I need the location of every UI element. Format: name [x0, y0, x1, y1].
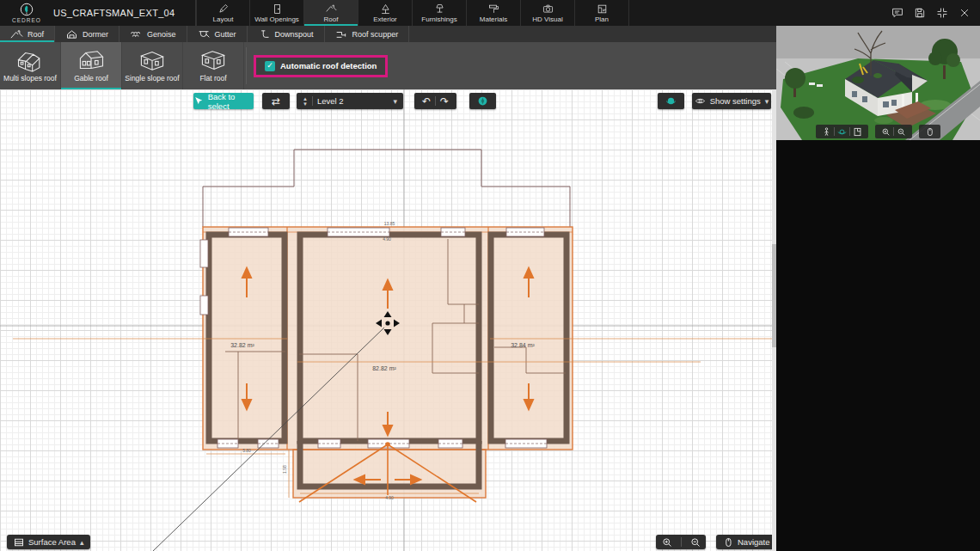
tab-label: Wall Openings [254, 15, 299, 23]
tab-exterior[interactable]: Exterior [358, 0, 413, 26]
tool-flat-roof[interactable]: Flat roof [183, 42, 244, 89]
zoom-in-icon[interactable] [879, 126, 893, 138]
roof-tool-palette: Multi slopes roof Gable roof Single slop… [0, 42, 776, 89]
camera-icon [542, 3, 554, 15]
show-settings-button[interactable]: Show settings ▾ [692, 93, 771, 109]
tree-icon [379, 3, 392, 15]
roof-plan-drawing: 32.82 m² 82.82 m² 32.84 m² 13.85 4.90 5.… [0, 89, 776, 551]
ribbon-label: Gutter [215, 30, 236, 39]
orbit-icon [665, 95, 677, 107]
ribbon-label: Roof [28, 30, 44, 39]
swap-arrows-icon: ⇄ [272, 96, 280, 107]
tab-hd-visual[interactable]: HD Visual [521, 0, 575, 26]
ribbon-label: Dormer [83, 30, 108, 39]
top-menu: Layout Wall Openings Roof Exterior Furni… [196, 0, 629, 26]
level-selector[interactable]: ▲▼ Level 2 ▾ [297, 93, 403, 109]
lamp-icon [433, 3, 446, 15]
collapse-icon[interactable] [934, 6, 949, 21]
divider [246, 47, 247, 84]
divider [312, 96, 313, 106]
surface-area-button[interactable]: Surface Area ▴ [7, 535, 90, 549]
tab-plan[interactable]: Plan [575, 0, 629, 26]
navigate-label: Navigate [738, 537, 770, 547]
gable-roof-icon [77, 49, 106, 72]
ribbon-tab-downspout[interactable]: Downspout [248, 26, 325, 42]
3d-preview[interactable] [776, 26, 980, 140]
ribbon-tab-roof-scupper[interactable]: Roof scupper [325, 26, 410, 42]
dim-porch-width: 4.90 [385, 495, 394, 500]
roof-outline-icon [10, 29, 23, 40]
tab-label: Layout [212, 15, 233, 23]
dim-top-center: 4.90 [383, 236, 391, 242]
zoom-out-icon[interactable] [894, 126, 909, 138]
tool-single-slope-roof[interactable]: Single slope roof [122, 42, 183, 89]
downspout-icon [258, 29, 271, 40]
window-controls [890, 0, 980, 26]
dormer-icon [65, 29, 78, 40]
tab-wall-openings[interactable]: Wall Openings [250, 0, 304, 26]
walk-icon[interactable] [819, 126, 834, 138]
tab-label: Materials [480, 15, 507, 23]
save-icon[interactable] [912, 6, 927, 21]
multi-slopes-roof-icon [15, 49, 45, 72]
roof-icon [325, 3, 338, 15]
area-label-left: 32.82 m² [230, 342, 254, 348]
cedreo-logo[interactable]: CEDREO [0, 0, 53, 26]
surface-area-label: Surface Area [28, 537, 76, 547]
chevron-up-icon: ▴ [80, 538, 84, 547]
switch-level-button[interactable]: ⇄ [262, 93, 290, 109]
ribbon-label: Genoise [147, 30, 176, 39]
cursor-icon [193, 95, 204, 107]
checkbox-checked-icon[interactable]: ✓ [265, 61, 275, 71]
mouse-icon[interactable] [922, 126, 937, 138]
comment-icon[interactable] [890, 6, 904, 21]
undo-icon[interactable]: ↶ [422, 96, 431, 107]
auto-detect-label: Automatic roof detection [280, 61, 377, 70]
close-icon[interactable] [957, 6, 971, 21]
tab-label: Roof [324, 15, 339, 23]
divider [681, 537, 682, 547]
preview-toolbar [776, 125, 980, 138]
tab-label: Furnishings [421, 15, 456, 23]
flat-roof-icon [199, 49, 228, 72]
cedreo-app: CEDREO US_CRAFTSMAN_EXT_04 Layout Wall O… [0, 0, 980, 551]
3d-preview-render [776, 26, 980, 140]
ribbon-tab-genoise[interactable]: Genoise [119, 26, 187, 42]
tool-label: Gable roof [74, 74, 108, 83]
zoom-out-icon[interactable] [690, 537, 701, 548]
tab-label: Exterior [373, 15, 397, 23]
level-stepper[interactable]: ▲▼ [303, 96, 308, 107]
tab-layout[interactable]: Layout [196, 0, 250, 26]
ribbon-tab-roof[interactable]: Roof [0, 26, 55, 42]
gutter-icon [198, 29, 211, 40]
zoom-in-icon[interactable] [662, 537, 672, 548]
dim-porch-height: 1.58 [282, 465, 287, 474]
tab-roof[interactable]: Roof [304, 0, 358, 26]
floorplan-icon[interactable] [850, 126, 865, 138]
plan-canvas[interactable]: 32.82 m² 82.82 m² 32.84 m² 13.85 4.90 5.… [0, 89, 776, 551]
ribbon-tab-dormer[interactable]: Dormer [55, 26, 119, 42]
navigate-button[interactable]: Navigate ▴ [716, 535, 776, 549]
orbit-icon[interactable] [835, 126, 849, 138]
view-orientation-button[interactable] [658, 93, 684, 109]
ribbon-tab-gutter[interactable]: Gutter [187, 26, 248, 42]
tab-furnishings[interactable]: Furnishings [413, 0, 467, 26]
back-to-select-button[interactable]: Back to select [193, 93, 254, 109]
table-icon [14, 537, 24, 548]
roof-ribbon: Roof Dormer Genoise Gutter Downspout Roo… [0, 26, 776, 42]
tool-gable-roof[interactable]: Gable roof [61, 42, 122, 89]
roof-scupper-icon [335, 29, 348, 40]
compass-button[interactable] [469, 93, 496, 109]
tab-materials[interactable]: Materials [467, 0, 521, 26]
tool-label: Multi slopes roof [3, 74, 57, 83]
tab-label: Plan [595, 15, 609, 23]
tool-label: Single slope roof [125, 74, 179, 83]
cedreo-logo-icon [20, 3, 34, 16]
redo-icon[interactable]: ↷ [440, 96, 449, 107]
ribbon-label: Downspout [275, 30, 314, 39]
mouse-icon [723, 537, 733, 548]
tool-multi-slopes-roof[interactable]: Multi slopes roof [0, 42, 61, 89]
chevron-down-icon: ▾ [765, 97, 769, 106]
ribbon-label: Roof scupper [352, 30, 399, 39]
automatic-roof-detection-toggle[interactable]: ✓ Automatic roof detection [254, 55, 388, 77]
